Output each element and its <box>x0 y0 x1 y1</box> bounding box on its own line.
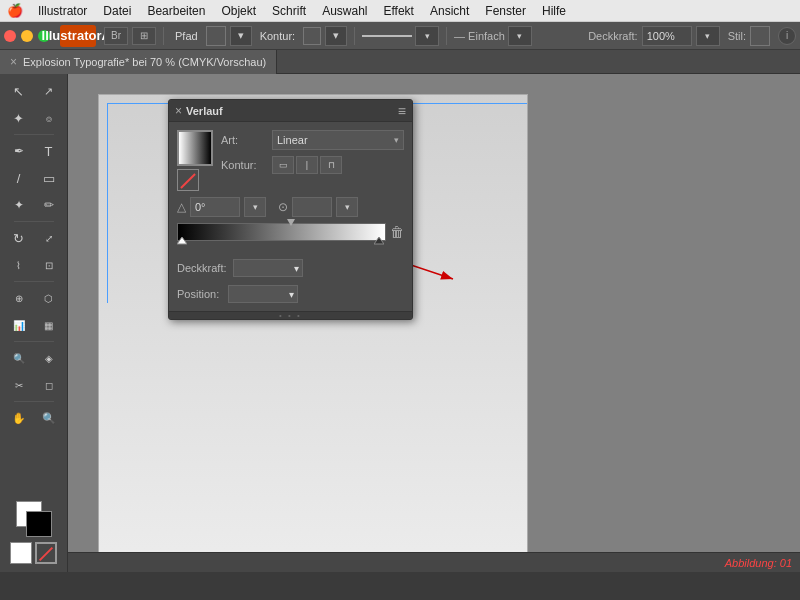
shape-builder-tools: ⊕ ⬡ <box>5 285 63 311</box>
gradient-bar[interactable] <box>177 223 386 241</box>
style-selector: — Einfach ▾ <box>454 26 532 46</box>
minimize-button[interactable] <box>21 30 33 42</box>
zoom-tools: ✋ 🔍 <box>5 405 63 431</box>
verlauf-panel: × Verlauf ≡ <box>168 99 413 320</box>
panel-menu-button[interactable]: ≡ <box>398 103 406 119</box>
pencil-tool[interactable]: ✏ <box>35 192 63 218</box>
aspect-input[interactable] <box>292 197 332 217</box>
opacity-dropdown[interactable]: ▾ <box>696 26 720 46</box>
gradient-stop-black[interactable] <box>374 237 384 249</box>
stroke-style-dropdown[interactable]: ▾ <box>415 26 439 46</box>
live-paint-tool[interactable]: ⬡ <box>35 285 63 311</box>
opacity-input[interactable]: 100% <box>642 26 692 46</box>
stroke-indicator[interactable] <box>35 542 57 564</box>
path-label: Pfad <box>171 30 202 42</box>
selection-tools: ↖ ↗ <box>5 78 63 104</box>
rotate-tool[interactable]: ↻ <box>5 225 33 251</box>
tool-sep1 <box>14 134 54 135</box>
doc-tab-title: Explosion Typografie* bei 70 % (CMYK/Vor… <box>23 56 266 68</box>
fill-swatch[interactable] <box>206 26 226 46</box>
menu-datei[interactable]: Datei <box>95 4 139 18</box>
menu-illustrator[interactable]: Illustrator <box>30 4 95 18</box>
selection-tool[interactable]: ↖ <box>5 78 33 104</box>
separator1 <box>163 27 164 45</box>
gradient-swatch-large[interactable] <box>177 130 213 166</box>
text-tool[interactable]: T <box>35 138 63 164</box>
gradient-midpoint[interactable] <box>287 216 295 228</box>
panel-close-button[interactable]: × <box>175 104 182 118</box>
menu-auswahl[interactable]: Auswahl <box>314 4 375 18</box>
kontur-row: Kontur: ▭ | ⊓ <box>221 156 404 174</box>
info-button[interactable]: i <box>778 27 796 45</box>
tool-sep2 <box>14 221 54 222</box>
ai-logo-text: Illustrator <box>42 28 102 43</box>
controls-column: Art: Linear ▾ Kontur: ▭ | <box>221 130 404 180</box>
kontur-btn-1[interactable]: ▭ <box>272 156 294 174</box>
art-select[interactable]: Linear ▾ <box>272 130 404 150</box>
layout-btn[interactable]: ⊞ <box>132 27 156 45</box>
panel-resize-bar[interactable]: • • • <box>169 311 412 319</box>
toolbar-right: Deckkraft: 100% ▾ Stil: i <box>588 26 796 46</box>
angle-input[interactable]: 0° <box>190 197 240 217</box>
column-graph-tool[interactable]: ▦ <box>35 312 63 338</box>
line-tools: / ▭ <box>5 165 63 191</box>
lasso-tool[interactable]: ⌾ <box>35 105 63 131</box>
direct-selection-tool[interactable]: ↗ <box>35 78 63 104</box>
drag-dots: • • • <box>279 311 302 320</box>
tool-sep4 <box>14 341 54 342</box>
kontur-btn-3[interactable]: ⊓ <box>320 156 342 174</box>
stroke-dropdown[interactable]: ▾ <box>325 26 347 46</box>
ai-logo: Illustrator Ai <box>60 25 96 47</box>
warp-tool[interactable]: ⌇ <box>5 252 33 278</box>
rect-tool[interactable]: ▭ <box>35 165 63 191</box>
gradient-top-row: Art: Linear ▾ Kontur: ▭ | <box>177 130 404 191</box>
pen-tool[interactable]: ✒ <box>5 138 33 164</box>
gradient-swatch-small[interactable] <box>177 169 199 191</box>
kontur-btn-2[interactable]: | <box>296 156 318 174</box>
fill-indicator[interactable] <box>10 542 32 564</box>
menu-effekt[interactable]: Effekt <box>375 4 421 18</box>
style-dropdown[interactable]: ▾ <box>508 26 532 46</box>
dash-line <box>362 35 412 37</box>
menu-schrift[interactable]: Schrift <box>264 4 314 18</box>
stil-swatch[interactable] <box>750 26 770 46</box>
menu-ansicht[interactable]: Ansicht <box>422 4 477 18</box>
menu-fenster[interactable]: Fenster <box>477 4 534 18</box>
menu-objekt[interactable]: Objekt <box>213 4 264 18</box>
svg-marker-3 <box>177 237 187 244</box>
doc-tab-item[interactable]: × Explosion Typografie* bei 70 % (CMYK/V… <box>0 50 277 74</box>
apple-menu[interactable]: 🍎 <box>0 3 30 18</box>
menu-bar: 🍎 Illustrator Datei Bearbeiten Objekt Sc… <box>0 0 800 22</box>
magic-wand-tool[interactable]: ✦ <box>5 105 33 131</box>
free-transform-tool[interactable]: ⊡ <box>35 252 63 278</box>
art-value: Linear <box>277 134 308 146</box>
close-button[interactable] <box>4 30 16 42</box>
position-label: Position: <box>177 288 222 300</box>
menu-bearbeiten[interactable]: Bearbeiten <box>139 4 213 18</box>
delete-stop-button[interactable]: 🗑 <box>390 224 404 240</box>
gradient-stop-white[interactable] <box>177 237 187 249</box>
eyedropper-tool[interactable]: 🔍 <box>5 345 33 371</box>
canvas-area[interactable]: × Verlauf ≡ <box>68 74 800 572</box>
scale-tool[interactable]: ⤢ <box>35 225 63 251</box>
line-tool[interactable]: / <box>5 165 33 191</box>
position-input[interactable]: ▾ <box>228 285 298 303</box>
doc-tab-close[interactable]: × <box>10 55 17 69</box>
hand-tool[interactable]: ✋ <box>5 405 33 431</box>
stroke-swatch[interactable] <box>303 27 321 45</box>
graph-tool[interactable]: 📊 <box>5 312 33 338</box>
background-swatch[interactable] <box>26 511 52 537</box>
deckkraft-input[interactable]: ▾ <box>233 259 303 277</box>
fill-dropdown[interactable]: ▾ <box>230 26 252 46</box>
blend-tool[interactable]: ◈ <box>35 345 63 371</box>
shape-builder-tool[interactable]: ⊕ <box>5 285 33 311</box>
menu-hilfe[interactable]: Hilfe <box>534 4 574 18</box>
angle-dropdown[interactable]: ▾ <box>244 197 266 217</box>
slice-tool[interactable]: ✂ <box>5 372 33 398</box>
aspect-dropdown[interactable]: ▾ <box>336 197 358 217</box>
position-arrow: ▾ <box>289 289 294 300</box>
zoom-tool[interactable]: 🔍 <box>35 405 63 431</box>
paintbrush-tool[interactable]: ✦ <box>5 192 33 218</box>
eraser-tool[interactable]: ◻ <box>35 372 63 398</box>
document-tab: × Explosion Typografie* bei 70 % (CMYK/V… <box>0 50 800 74</box>
